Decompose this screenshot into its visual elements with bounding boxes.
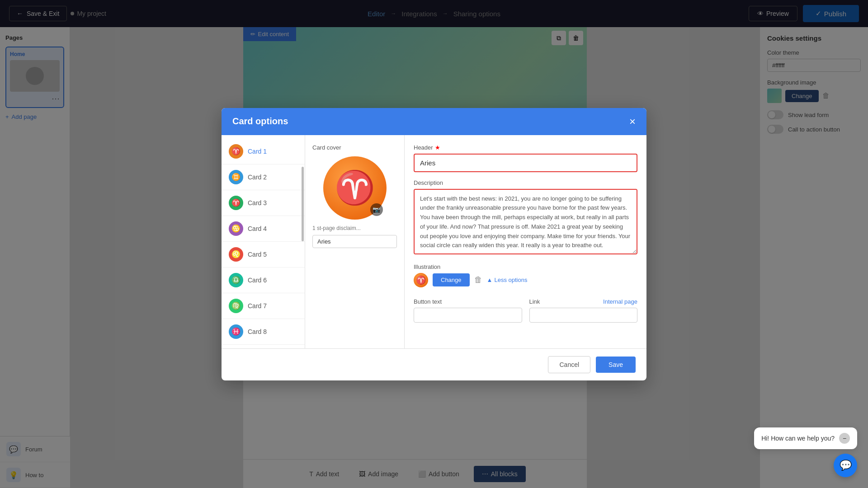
card-item-6[interactable]: ♎ Card 6 (222, 267, 305, 293)
chat-widget: Hi! How can we help you? − 💬 (754, 427, 857, 477)
card-5-label: Card 5 (248, 251, 267, 258)
link-label-row: Link Internal page (529, 298, 638, 305)
modal-body: ♈ Card 1 ♊ Card 2 ♈ Card 3 ♋ Card 4 ♌ (222, 135, 646, 348)
chat-close-button[interactable]: − (839, 433, 850, 444)
card-item-5[interactable]: ♌ Card 5 (222, 242, 305, 267)
modal-footer: Cancel Save (222, 348, 646, 380)
messenger-icon: 💬 (840, 460, 852, 471)
button-text-group: Button text (414, 298, 522, 323)
button-text-label: Button text (414, 298, 522, 305)
camera-icon: 📷 (370, 203, 383, 216)
header-field-group: Header ★ (414, 144, 637, 172)
illustration-change-button[interactable]: Change (433, 273, 470, 286)
internal-page-link[interactable]: Internal page (603, 298, 637, 305)
card-6-label: Card 6 (248, 277, 267, 284)
disclaimer-input[interactable] (312, 235, 397, 248)
illustration-row: ♈ Change 🗑 ▲ Less options (414, 273, 637, 287)
header-field-label: Header ★ (414, 144, 637, 151)
modal-fields-panel: Header ★ Description Let's start with th… (405, 135, 646, 348)
modal-title: Card options (232, 116, 288, 127)
card-1-label: Card 1 (248, 148, 267, 155)
card-6-icon: ♎ (229, 273, 243, 287)
illustration-label: Illustration (414, 263, 637, 270)
card-4-label: Card 4 (248, 225, 267, 232)
chat-bubble: Hi! How can we help you? − (754, 427, 857, 449)
illustration-delete-button[interactable]: 🗑 (474, 275, 482, 285)
modal-close-button[interactable]: × (629, 116, 636, 127)
card-item-7[interactable]: ♍ Card 7 (222, 293, 305, 319)
card-5-icon: ♌ (229, 247, 243, 262)
card-2-icon: ♊ (229, 170, 243, 184)
card-2-label: Card 2 (248, 174, 267, 181)
header-input[interactable] (414, 154, 637, 172)
card-list: ♈ Card 1 ♊ Card 2 ♈ Card 3 ♋ Card 4 ♌ (222, 135, 305, 348)
card-3-icon: ♈ (229, 196, 243, 210)
card-8-label: Card 8 (248, 328, 267, 335)
illustration-thumb: ♈ (414, 273, 428, 287)
card-cover-panel: Card cover ♈ 📷 1 st-page disclaim... (305, 135, 405, 348)
required-star: ★ (435, 144, 440, 151)
cancel-button[interactable]: Cancel (548, 356, 590, 373)
aries-symbol: ♈ (335, 169, 375, 207)
modal-header: Card options × (222, 108, 646, 135)
illustration-section: Illustration ♈ Change 🗑 ▲ Less options (414, 263, 637, 291)
card-options-modal: Card options × ♈ Card 1 ♊ Card 2 ♈ Card … (222, 108, 646, 380)
card-item-3[interactable]: ♈ Card 3 (222, 190, 305, 216)
link-input[interactable] (529, 308, 638, 323)
card-7-label: Card 7 (248, 302, 267, 310)
card-7-icon: ♍ (229, 299, 243, 313)
save-button[interactable]: Save (596, 357, 636, 373)
description-field-group: Description Let's start with the best ne… (414, 179, 637, 256)
card-1-icon: ♈ (229, 144, 243, 159)
description-textarea[interactable]: Let's start with the best news: in 2021,… (414, 189, 637, 254)
button-link-row: Button text Link Internal page (414, 298, 637, 323)
card-8-icon: ♓ (229, 324, 243, 339)
description-field-label: Description (414, 179, 637, 186)
card-4-icon: ♋ (229, 221, 243, 236)
chat-message: Hi! How can we help you? (761, 435, 835, 442)
card-item-8[interactable]: ♓ Card 8 (222, 319, 305, 345)
modal-overlay[interactable]: Card options × ♈ Card 1 ♊ Card 2 ♈ Card … (0, 0, 868, 488)
disclaimer-label: 1 st-page disclaim... (312, 225, 397, 231)
chat-fab-button[interactable]: 💬 (834, 454, 857, 477)
chevron-up-icon: ▲ (487, 277, 493, 283)
scrollbar[interactable] (302, 167, 304, 241)
card-item-2[interactable]: ♊ Card 2 (222, 164, 305, 190)
card-cover-label: Card cover (312, 144, 397, 151)
card-item-4[interactable]: ♋ Card 4 (222, 216, 305, 242)
card-item-1[interactable]: ♈ Card 1 (222, 139, 305, 164)
card-3-label: Card 3 (248, 199, 267, 206)
button-text-input[interactable] (414, 308, 522, 323)
card-cover-image[interactable]: ♈ 📷 (323, 156, 387, 220)
link-group: Link Internal page (529, 298, 638, 323)
less-options-button[interactable]: ▲ Less options (487, 277, 528, 283)
